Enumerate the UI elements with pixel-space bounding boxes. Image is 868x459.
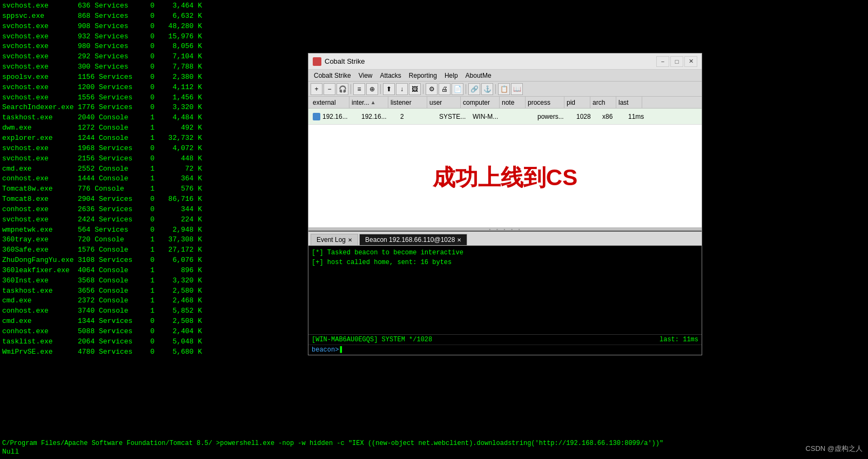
toolbar-book-btn[interactable]: 📖 — [511, 83, 523, 95]
proc-id: 776 Console — [78, 184, 143, 194]
toolbar-separator-3 — [423, 84, 423, 94]
proc-id: 300 Services — [78, 62, 143, 72]
terminal-row: Tomcat8.exe 2904 Services 0 86,716 K — [2, 194, 300, 205]
proc-session: 1 — [143, 164, 159, 174]
th-arch[interactable]: arch — [590, 97, 616, 108]
proc-name: spoolsv.exe — [2, 72, 78, 83]
proc-session: 0 — [143, 225, 159, 235]
toolbar-image-btn[interactable]: 🖼 — [409, 83, 421, 95]
th-internal[interactable]: inter... ▲ — [349, 97, 388, 108]
toolbar-graph-btn[interactable]: ⊕ — [366, 83, 378, 95]
proc-session: 1 — [143, 245, 159, 255]
proc-mem: 492 K — [159, 123, 202, 133]
proc-mem: 1,456 K — [159, 93, 202, 103]
success-message: 成功上线到CS — [433, 163, 577, 193]
tab-event-log[interactable]: Event Log ✕ — [311, 234, 358, 245]
menu-reporting[interactable]: Reporting — [406, 71, 440, 80]
toolbar-settings-btn[interactable]: ⚙ — [426, 83, 438, 95]
proc-name: conhost.exe — [2, 174, 78, 184]
terminal-row: svchost.exe 1968 Services 0 4,072 K — [2, 144, 300, 154]
terminal-row: 360Inst.exe 3568 Console 1 3,320 K — [2, 276, 300, 286]
menu-view[interactable]: View — [355, 71, 376, 80]
proc-name: conhost.exe — [2, 205, 78, 215]
tab-event-log-close[interactable]: ✕ — [348, 237, 352, 243]
proc-name: tasklist.exe — [2, 337, 78, 347]
menu-aboutme[interactable]: AboutMe — [462, 71, 495, 80]
proc-session: 0 — [143, 52, 159, 62]
proc-name: svchost.exe — [2, 215, 78, 225]
proc-session: 0 — [143, 327, 159, 337]
maximize-button[interactable]: □ — [670, 56, 683, 67]
terminal-row: taskhost.exe 2040 Console 1 4,484 K — [2, 113, 300, 123]
terminal-panel: svchost.exe 636 Services 0 3,464 K sppsv… — [0, 0, 302, 459]
proc-name: svchost.exe — [2, 154, 78, 164]
proc-id: 980 Services — [78, 42, 143, 52]
th-user[interactable]: user — [427, 97, 461, 108]
td-external: 192.16... — [320, 109, 359, 124]
th-computer[interactable]: computer — [461, 97, 500, 108]
watermark: CSDN @虚构之人 — [805, 444, 863, 454]
toolbar-doc-btn[interactable]: 📄 — [452, 83, 463, 95]
terminal-row: conhost.exe 2636 Services 0 344 K — [2, 205, 300, 215]
proc-session: 0 — [143, 1, 159, 11]
toolbar-remove-btn[interactable]: − — [324, 83, 335, 95]
tab-beacon-close[interactable]: ✕ — [457, 237, 461, 243]
proc-session: 1 — [143, 306, 159, 316]
console-output[interactable]: [*] Tasked beacon to become interactive … — [308, 246, 702, 334]
terminal-row: ZhuDongFangYu.exe 3108 Services 0 6,076 … — [2, 255, 300, 266]
toolbar-link-btn[interactable]: 🔗 — [468, 83, 480, 95]
menu-attacks[interactable]: Attacks — [377, 71, 405, 80]
toolbar-headset-btn[interactable]: 🎧 — [337, 83, 348, 95]
toolbar-list-btn[interactable]: ≡ — [353, 83, 365, 95]
proc-id: 2424 Services — [78, 215, 143, 225]
proc-session: 0 — [143, 255, 159, 266]
toolbar-upload-btn[interactable]: ⬆ — [383, 83, 395, 95]
menu-help[interactable]: Help — [441, 71, 461, 80]
td-note — [509, 109, 535, 124]
proc-id: 2156 Services — [78, 154, 143, 164]
th-note[interactable]: note — [500, 97, 526, 108]
tab-beacon[interactable]: Beacon 192.168.66.110@1028 ✕ — [359, 234, 467, 245]
proc-id: 292 Services — [78, 52, 143, 62]
terminal-row: 360leakfixer.exe 4064 Console 1 896 K — [2, 266, 300, 276]
proc-mem: 4,072 K — [159, 144, 202, 154]
th-listener[interactable]: listener — [388, 97, 427, 108]
proc-id: 1344 Services — [78, 316, 143, 327]
th-external[interactable]: external — [311, 97, 349, 108]
proc-mem: 5,852 K — [159, 306, 202, 316]
th-process[interactable]: process — [526, 97, 564, 108]
proc-id: 2636 Services — [78, 205, 143, 215]
proc-session: 1 — [143, 296, 159, 306]
resize-handle[interactable]: • • • • • — [308, 227, 702, 231]
th-last[interactable]: last — [616, 97, 642, 108]
proc-session: 1 — [143, 235, 159, 245]
console-line-2: [+] host called home, sent: 16 bytes — [312, 258, 698, 267]
minimize-button[interactable]: − — [656, 56, 669, 67]
terminal-row: conhost.exe 1444 Console 1 364 K — [2, 174, 300, 184]
console-prompt[interactable]: beacon> ▌ — [308, 345, 702, 355]
proc-id: 908 Services — [78, 22, 143, 32]
proc-session: 0 — [143, 32, 159, 42]
proc-mem: 448 K — [159, 154, 202, 164]
table-row[interactable]: 192.16... 192.16... 2 SYSTE... WIN-M... … — [308, 109, 702, 125]
menu-cobalt-strike[interactable]: Cobalt Strike — [311, 71, 354, 80]
menu-bar: Cobalt Strike View Attacks Reporting Hel… — [308, 70, 702, 82]
terminal-row: svchost.exe 2156 Services 0 448 K — [2, 154, 300, 164]
close-button[interactable]: ✕ — [684, 56, 697, 67]
proc-id: 868 Services — [78, 11, 143, 22]
proc-name: 360Safe.exe — [2, 245, 78, 255]
terminal-row: conhost.exe 3740 Console 1 5,852 K — [2, 306, 300, 316]
toolbar-separator-5 — [495, 84, 496, 94]
toolbar-download-btn[interactable]: ↓ — [396, 83, 408, 95]
toolbar-clipboard-btn[interactable]: 📋 — [498, 83, 510, 95]
terminal-row: explorer.exe 1244 Console 1 32,732 K — [2, 133, 300, 144]
proc-id: 1200 Services — [78, 83, 143, 93]
toolbar-anchor-btn[interactable]: ⚓ — [481, 83, 493, 95]
th-pid[interactable]: pid — [564, 97, 590, 108]
toolbar-print-btn[interactable]: 🖨 — [439, 83, 450, 95]
proc-name: ZhuDongFangYu.exe — [2, 255, 78, 266]
terminal-row: cmd.exe 2552 Console 1 72 K — [2, 164, 300, 174]
cobalt-strike-window: Cobalt Strike − □ ✕ Cobalt Strike View A… — [308, 53, 702, 355]
resize-dots-icon: • • • • • — [488, 227, 521, 232]
toolbar-add-btn[interactable]: + — [311, 83, 322, 95]
